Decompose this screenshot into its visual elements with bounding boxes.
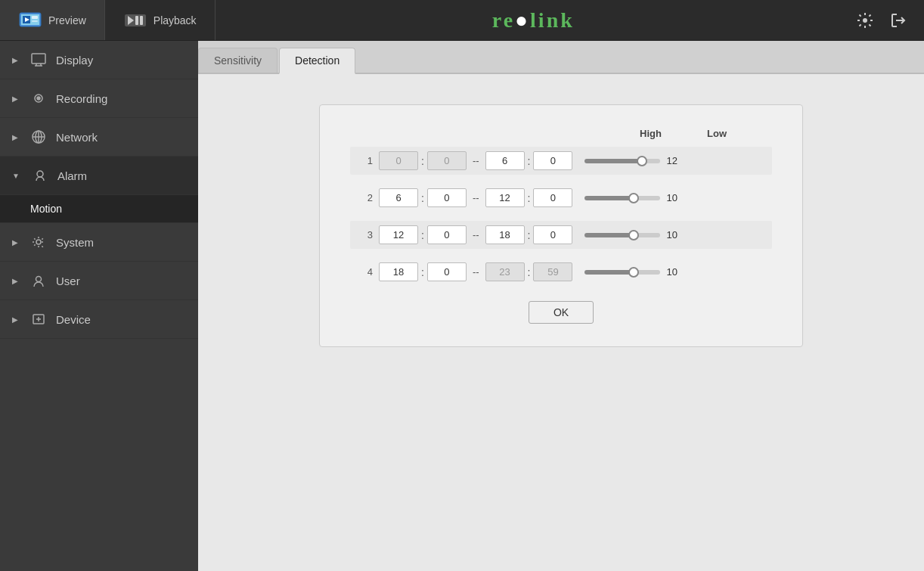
row1-slider-val: 12 — [666, 155, 684, 166]
chevron-right-icon-recording: ▶ — [12, 95, 18, 103]
motion-label: Motion — [30, 203, 62, 215]
row3-slider-container: 10 — [584, 229, 684, 241]
topbar: Preview Playback re●link — [0, 0, 924, 41]
sidebar-item-device[interactable]: ▶ Device — [0, 300, 198, 339]
playback-icon — [123, 10, 147, 31]
schedule-row-3: 3 : -- : 10 — [350, 221, 772, 249]
row4-from-min[interactable] — [427, 262, 467, 281]
svg-point-24 — [36, 277, 42, 282]
row3-to-min[interactable] — [533, 225, 572, 244]
schedule-row-2: 2 : -- : 10 — [350, 184, 772, 212]
row1-from-hour — [379, 151, 418, 170]
row1-to-hour[interactable] — [485, 151, 525, 170]
tab-detection[interactable]: Detection — [279, 48, 355, 74]
row1-slider-container: 12 — [584, 155, 684, 166]
display-icon — [30, 51, 47, 68]
brand-logo: re●link — [215, 8, 851, 33]
row2-slider[interactable] — [584, 196, 660, 200]
schedule-row-1: 1 : -- : 12 — [350, 147, 772, 175]
row-num-4: 4 — [358, 266, 373, 278]
topbar-actions — [851, 7, 924, 34]
preview-label: Preview — [48, 14, 86, 26]
alarm-icon — [32, 167, 48, 184]
row4-from-hour[interactable] — [379, 262, 418, 281]
col-low-label: Low — [707, 128, 727, 139]
sidebar-label-user: User — [56, 275, 80, 287]
recording-icon — [30, 90, 47, 107]
row2-to-min[interactable] — [533, 188, 572, 207]
row3-to-hour[interactable] — [485, 225, 525, 244]
chevron-right-icon-user: ▶ — [12, 277, 18, 285]
schedule-row-4: 4 : -- : 10 — [350, 258, 772, 286]
playback-button[interactable]: Playback — [105, 0, 215, 40]
tab-sensitivity[interactable]: Sensitivity — [198, 48, 278, 73]
network-icon — [30, 129, 47, 145]
settings-button[interactable] — [851, 7, 879, 34]
row1-to-min[interactable] — [533, 151, 572, 170]
chevron-right-icon-system: ▶ — [12, 238, 18, 247]
sidebar-label-system: System — [56, 236, 94, 249]
row3-from-min[interactable] — [427, 225, 467, 244]
preview-button[interactable]: Preview — [0, 0, 105, 40]
row3-slider[interactable] — [584, 233, 660, 237]
svg-rect-12 — [32, 54, 45, 64]
sidebar: ▶ Display ▶ Recording — [0, 41, 198, 571]
topbar-nav: Preview Playback — [0, 0, 215, 40]
row4-to-hour — [485, 262, 525, 281]
row4-slider[interactable] — [584, 270, 660, 275]
tabs-bar: Sensitivity Detection — [198, 41, 924, 74]
row2-to-hour[interactable] — [485, 188, 525, 207]
user-icon — [30, 272, 47, 289]
svg-rect-4 — [32, 16, 38, 19]
row4-slider-val: 10 — [666, 266, 684, 278]
col-high-label: High — [640, 128, 662, 139]
detection-dialog: High Low 1 : -- : 12 — [319, 104, 803, 347]
svg-rect-8 — [135, 16, 138, 25]
sidebar-sub-alarm: Motion — [0, 195, 198, 223]
playback-label: Playback — [153, 14, 197, 26]
row1-slider[interactable] — [584, 159, 660, 163]
panel-body: High Low 1 : -- : 12 — [198, 74, 924, 571]
sidebar-label-display: Display — [56, 54, 93, 67]
svg-rect-9 — [140, 16, 143, 25]
row-num-3: 3 — [358, 229, 373, 241]
sidebar-sub-item-motion[interactable]: Motion — [0, 195, 198, 223]
chevron-right-icon-network: ▶ — [12, 133, 18, 141]
sidebar-item-network[interactable]: ▶ Network — [0, 118, 198, 157]
ok-button[interactable]: OK — [529, 301, 594, 324]
content-area: Sensitivity Detection High Low 1 : — [198, 41, 924, 571]
column-headers: High Low — [350, 128, 772, 139]
system-icon — [30, 234, 47, 250]
svg-rect-5 — [32, 20, 38, 22]
row-num-2: 2 — [358, 192, 373, 203]
svg-point-17 — [37, 97, 40, 100]
chevron-down-icon-alarm: ▼ — [12, 172, 20, 180]
sidebar-item-recording[interactable]: ▶ Recording — [0, 79, 198, 118]
sidebar-label-device: Device — [56, 313, 91, 326]
row2-slider-val: 10 — [666, 192, 684, 203]
svg-point-10 — [863, 18, 867, 23]
sidebar-label-recording: Recording — [56, 92, 107, 105]
sidebar-item-system[interactable]: ▶ System — [0, 223, 198, 262]
chevron-right-icon: ▶ — [12, 56, 18, 64]
row-num-1: 1 — [358, 155, 373, 166]
sidebar-label-network: Network — [56, 131, 98, 144]
sidebar-label-alarm: Alarm — [57, 169, 87, 182]
sidebar-item-display[interactable]: ▶ Display — [0, 41, 198, 79]
sidebar-item-alarm[interactable]: ▼ Alarm — [0, 157, 198, 195]
device-icon — [30, 311, 47, 327]
row1-from-min — [427, 151, 467, 170]
row2-from-hour[interactable] — [379, 188, 418, 207]
row4-slider-container: 10 — [584, 266, 684, 278]
row4-to-min — [533, 262, 572, 281]
main-layout: ▶ Display ▶ Recording — [0, 41, 924, 571]
logout-button[interactable] — [885, 7, 912, 34]
ok-row: OK — [350, 301, 772, 324]
row2-from-min[interactable] — [427, 188, 467, 207]
row3-slider-val: 10 — [666, 229, 684, 241]
row2-slider-container: 10 — [584, 192, 684, 203]
preview-icon — [18, 10, 42, 31]
sidebar-item-user[interactable]: ▶ User — [0, 262, 198, 300]
chevron-right-icon-device: ▶ — [12, 315, 18, 324]
row3-from-hour[interactable] — [379, 225, 418, 244]
